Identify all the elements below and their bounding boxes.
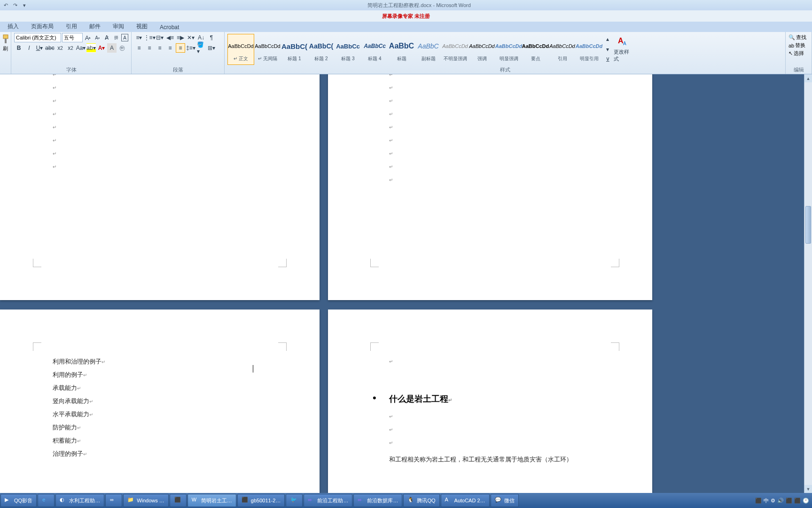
- gallery-down-button[interactable]: ▾: [604, 44, 611, 55]
- align-right-button[interactable]: ≡: [155, 43, 164, 53]
- char-shading-button[interactable]: A: [107, 43, 117, 53]
- shrink-font-button[interactable]: A▾: [93, 33, 102, 42]
- font-color-button[interactable]: A▾: [97, 43, 106, 53]
- superscript-button[interactable]: x2: [66, 43, 75, 53]
- select-button[interactable]: ↖选择: [789, 50, 804, 57]
- qat-more-button[interactable]: ▾: [21, 1, 28, 9]
- tab-view[interactable]: 视图: [131, 21, 153, 32]
- decrease-indent-button[interactable]: ◀≡: [165, 33, 175, 42]
- italic-button[interactable]: I: [24, 43, 34, 53]
- taskbar-app3[interactable]: ⬛: [170, 494, 187, 507]
- gallery-up-button[interactable]: ▴: [604, 34, 611, 44]
- redo-button[interactable]: ↷: [11, 1, 19, 9]
- line-spacing-button[interactable]: ‡≡▾: [186, 43, 195, 53]
- change-styles-button[interactable]: AA 更改样式: [612, 34, 632, 64]
- taskbar-app1[interactable]: ◐水利工程助…: [55, 494, 104, 507]
- scroll-thumb[interactable]: [805, 206, 811, 244]
- change-case-button[interactable]: Aa▾: [76, 43, 86, 53]
- style-要点[interactable]: AaBbCcDd 要点: [522, 34, 549, 65]
- style-正文[interactable]: AaBbCcDd↵ 正文: [227, 34, 254, 65]
- tray-icon[interactable]: ⬛: [755, 498, 762, 504]
- taskbar-app2[interactable]: ∞: [105, 494, 122, 507]
- styles-gallery[interactable]: AaBbCcDd↵ 正文AaBbCcDd↵ 无间隔AaBbC( 标题 1AaBb…: [227, 34, 602, 65]
- style-标题[interactable]: AaBbC 标题: [388, 34, 415, 65]
- style-无间隔[interactable]: AaBbCcDd↵ 无间隔: [254, 34, 281, 65]
- tray-icon[interactable]: 中: [764, 497, 769, 504]
- tab-review[interactable]: 审阅: [107, 21, 130, 32]
- shading-button[interactable]: 🪣▾: [196, 43, 206, 53]
- find-button[interactable]: 🔍查找: [789, 34, 806, 41]
- tab-insert[interactable]: 插入: [2, 21, 24, 32]
- taskbar-app4[interactable]: 🐦: [286, 494, 303, 507]
- vertical-scrollbar[interactable]: ▲ ▼: [804, 74, 812, 493]
- tray-icon[interactable]: ⬛: [794, 498, 801, 504]
- justify-button[interactable]: ≡: [165, 43, 175, 53]
- taskbar-autocad[interactable]: AAutoCAD 2…: [441, 494, 490, 507]
- increase-indent-button[interactable]: ≡▶: [176, 33, 185, 42]
- font-size-combo[interactable]: [62, 33, 83, 42]
- highlight-button[interactable]: ab▾: [86, 43, 96, 53]
- style-标题 1[interactable]: AaBbC( 标题 1: [281, 34, 308, 65]
- underline-button[interactable]: U▾: [35, 43, 44, 53]
- style-引用[interactable]: AaBbCcDd 引用: [549, 34, 576, 65]
- tray-icon[interactable]: ⬛: [786, 498, 792, 504]
- tab-references[interactable]: 引用: [60, 21, 83, 32]
- taskbar-ie[interactable]: e: [38, 494, 55, 507]
- style-标题 4[interactable]: AaBbCc 标题 4: [361, 34, 388, 65]
- replace-button[interactable]: ab替换: [789, 42, 805, 49]
- tray-icon[interactable]: 🔊: [777, 498, 784, 504]
- para-mark: ↵: [53, 74, 56, 77]
- phonetic-button[interactable]: 拼: [112, 33, 120, 42]
- taskbar-vs2[interactable]: ∞前沿数据库…: [353, 494, 402, 507]
- bullets-button[interactable]: ≡▾: [134, 33, 144, 42]
- grow-font-button[interactable]: A▴: [84, 33, 92, 42]
- style-明显引用[interactable]: AaBbCcDd 明显引用: [576, 34, 602, 65]
- sort-button[interactable]: A↓: [196, 33, 206, 42]
- enclose-char-button[interactable]: ㊥: [117, 43, 127, 53]
- style-明显强调[interactable]: AaBbCcDd 明显强调: [495, 34, 522, 65]
- style-副标题[interactable]: AaBbC 副标题: [415, 34, 442, 65]
- clear-format-button[interactable]: A̷: [102, 33, 111, 42]
- tray-icon[interactable]: 🕐: [803, 498, 809, 504]
- undo-button[interactable]: ↶: [2, 1, 9, 9]
- multilevel-button[interactable]: ⊟▾: [155, 33, 164, 42]
- gallery-more-button[interactable]: ⊻: [604, 55, 611, 65]
- taskbar-qqplayer[interactable]: ▶QQ影音: [0, 494, 37, 507]
- document-area[interactable]: ↵↵↵↵↵↵↵↵ ↵↵↵↵↵↵↵↵↵ 利用和治理的例子↵利用的例子↵承载能力↵竖…: [0, 74, 812, 493]
- borders-button[interactable]: ⊞▾: [207, 43, 216, 53]
- tab-layout[interactable]: 页面布局: [25, 21, 59, 32]
- scroll-down-button[interactable]: ▼: [804, 485, 812, 493]
- taskbar-explorer[interactable]: 📁Windows …: [123, 494, 169, 507]
- show-marks-button[interactable]: ¶: [207, 33, 216, 42]
- style-强调[interactable]: AaBbCcDd 强调: [468, 34, 495, 65]
- align-left-button[interactable]: ≡: [134, 43, 144, 53]
- system-tray[interactable]: ⬛ 中 ⚙ 🔊 ⬛ ⬛ 🕐: [752, 497, 812, 504]
- numbering-button[interactable]: ⋮≡▾: [145, 33, 154, 42]
- style-标题 3[interactable]: AaBbCc 标题 3: [335, 34, 361, 65]
- taskbar-vs1[interactable]: ∞前沿工程助…: [304, 494, 352, 507]
- subscript-button[interactable]: x2: [55, 43, 65, 53]
- font-name-combo[interactable]: [14, 33, 61, 42]
- taskbar-qq[interactable]: 🐧腾讯QQ: [403, 494, 439, 507]
- format-painter-icon[interactable]: [1, 34, 10, 44]
- tab-acrobat[interactable]: Acrobat: [154, 23, 185, 32]
- tab-mailings[interactable]: 邮件: [84, 21, 106, 32]
- style-不明显强调[interactable]: AaBbCcDd 不明显强调: [442, 34, 468, 65]
- para-mark: ↵: [389, 164, 393, 169]
- group-paragraph: ≡▾ ⋮≡▾ ⊟▾ ◀≡ ≡▶ ✕▾ A↓ ¶ ≡ ≡ ≡ ≡ ≡ ‡≡▾ 🪣▾…: [132, 32, 225, 74]
- strike-button[interactable]: abc: [45, 43, 55, 53]
- char-border-button[interactable]: A: [121, 34, 128, 41]
- bold-button[interactable]: B: [14, 43, 23, 53]
- asian-layout-button[interactable]: ✕▾: [186, 33, 195, 42]
- distribute-button[interactable]: ≡: [176, 43, 185, 53]
- pdf-icon: ⬛: [242, 497, 249, 504]
- taskbar-pdf[interactable]: ⬛gb50011-2…: [237, 494, 285, 507]
- scroll-up-button[interactable]: ▲: [804, 74, 812, 82]
- style-标题 2[interactable]: AaBbC( 标题 2: [308, 34, 335, 65]
- align-center-button[interactable]: ≡: [145, 43, 154, 53]
- para-mark: ↵: [53, 138, 56, 143]
- taskbar-wechat[interactable]: 💬微信: [491, 494, 519, 507]
- tray-icon[interactable]: ⚙: [771, 498, 775, 504]
- para-mark: ↵: [389, 98, 393, 103]
- taskbar-word[interactable]: W简明岩土工…: [187, 494, 236, 507]
